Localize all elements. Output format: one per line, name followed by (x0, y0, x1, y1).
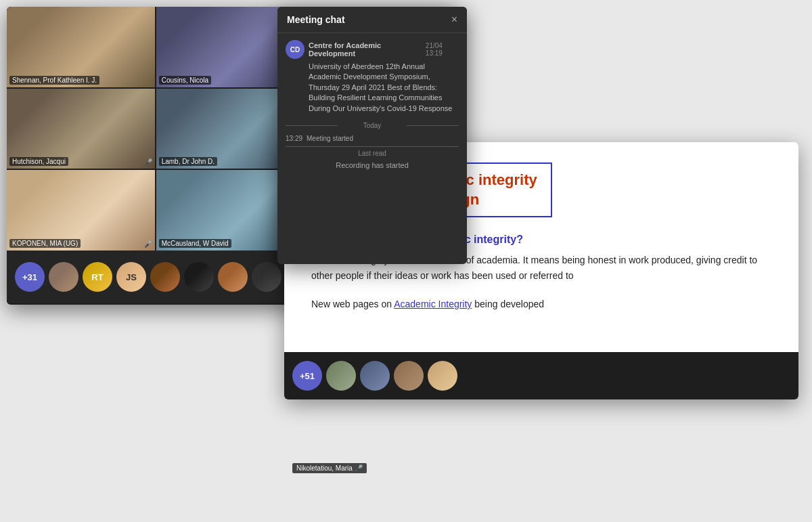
avatar-rt: RT (83, 262, 112, 292)
last-read-label: Last read (286, 146, 459, 157)
meeting-started-label: Meeting started (307, 135, 353, 142)
meeting-started-time: 13:29 (286, 135, 302, 142)
mic-icon-presenter: 🎤 (355, 464, 363, 472)
chat-body: CD Centre for Academic Development 21/04… (277, 33, 467, 260)
avatar-img-4 (184, 262, 214, 292)
slide-bottom-avatar-1 (326, 361, 356, 391)
recording-label: Recording has started (286, 161, 459, 169)
participant-name-8: McCausland, W David (159, 239, 231, 248)
video-cell-7: KOPONEN, MIA (UG) 🎤 (7, 170, 155, 251)
avatar-img-6 (252, 262, 281, 292)
chat-sender-row: CD Centre for Academic Development 21/04… (286, 40, 459, 59)
video-cell-4: Hutchison, Jacqui 🎤 (7, 89, 155, 169)
slide-bottom-avatar-4 (428, 361, 457, 391)
chat-header: Meeting chat × (277, 7, 467, 33)
chat-message-text: University of Aberdeen 12th Annual Acade… (286, 62, 459, 114)
chat-title: Meeting chat (287, 14, 345, 25)
academic-integrity-link[interactable]: Academic Integrity (394, 299, 472, 309)
avatar-count[interactable]: +31 (15, 262, 45, 292)
slide-bottom-avatar-3 (394, 361, 424, 391)
meeting-started-row: 13:29 Meeting started (286, 135, 459, 142)
participant-name-7: KOPONEN, MIA (UG) (9, 239, 81, 248)
chat-message-1: CD Centre for Academic Development 21/04… (286, 40, 459, 114)
participant-name-4: Hutchison, Jacqui (9, 157, 68, 166)
slide-link-row: New web pages on Academic Integrity bein… (311, 297, 771, 311)
participant-name-2: Cousins, Nicola (159, 76, 211, 85)
slide-bottom-avatar-2 (360, 361, 390, 391)
video-cell-1: Shennan, Prof Kathleen I. J. (7, 7, 155, 87)
slide-avatar-count[interactable]: +51 (292, 361, 322, 391)
chat-divider: Today (286, 122, 459, 129)
chat-timestamp: 21/04 13:19 (426, 42, 459, 57)
slide-bottom-bar: +51 (284, 352, 798, 399)
chat-avatar: CD (286, 40, 304, 59)
mic-icon-4: 🎤 (144, 158, 152, 166)
presenter-label: Nikoletatiou, Maria 🎤 (292, 463, 367, 473)
avatar-js: JS (116, 262, 146, 292)
chat-panel: Meeting chat × CD Centre for Academic De… (277, 7, 467, 264)
close-icon[interactable]: × (451, 14, 457, 26)
mic-icon-7: 🎤 (144, 240, 152, 248)
avatar-img-5 (218, 262, 248, 292)
participant-name-5: Lamb, Dr John D. (159, 157, 217, 166)
participant-name-1: Shennan, Prof Kathleen I. J. (9, 76, 99, 85)
chat-sender-name: Centre for Academic Development (309, 41, 422, 58)
avatar-img-3 (150, 262, 180, 292)
avatar-img-1 (49, 262, 78, 292)
